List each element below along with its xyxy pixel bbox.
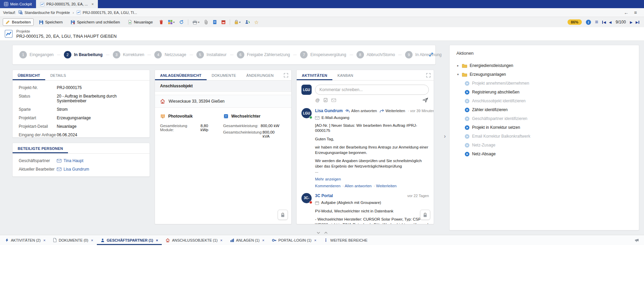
lock-badge[interactable] [420,210,430,220]
tab-beteiligte-personen[interactable]: BETEILIGTE PERSONEN [13,143,68,153]
attachment-button[interactable] [203,19,209,25]
close-icon[interactable]: × [91,238,93,242]
forward-icon [380,109,384,113]
last-record-button[interactable]: ▶ [636,20,639,24]
window-titlebar: Mein Cockpit PRJ-0000175, 20, EA, ... × [0,0,644,8]
lock-button[interactable]: ▾ [233,19,242,25]
favorite-button[interactable]: ☆ [253,19,260,26]
reply-all-action[interactable]: Allen antworten [345,108,377,114]
save-button[interactable]: Speichern [36,18,66,26]
tab-aenderungen[interactable]: ÄNDERUNGEN [241,70,279,80]
first-record-button[interactable]: ◀ [602,20,606,24]
folder-energiedienstleistungen[interactable]: ▸ Energiedienstleistungen [450,61,639,70]
fullscreen-icon[interactable] [284,73,288,77]
close-icon[interactable]: × [220,238,222,242]
lock-badge[interactable] [278,210,288,220]
field-row: Aktueller Bearbeiter Lisa Gundrum [13,167,150,172]
bottom-tab-portal-login[interactable]: PORTAL-LOGIN (1) × [268,235,320,245]
breadcrumb-item-search[interactable]: Standardsuche für Projekte [18,10,70,15]
step-netzzusage[interactable]: 4Netzzusage [154,51,186,58]
next-record-button[interactable]: ▶ [630,20,633,24]
field-row: ProjektartErzeugungsanlage [13,116,150,120]
bottom-tab-geschaeftspartner[interactable]: GESCHÄFTSPARTNER (1) × [97,235,162,245]
forward-action[interactable]: Weiterleiten [380,108,405,114]
window-tab-project[interactable]: PRJ-0000175, 20, EA, ... × [36,0,98,8]
tab-kanban[interactable]: KANBAN [332,70,358,80]
author-link[interactable]: Lisa Gundrum [315,108,343,114]
assign-user-button[interactable] [244,19,251,25]
action-projekt-in-korrektur[interactable]: Projekt in Korrektur setzen [450,123,639,132]
mail-icon[interactable] [331,99,336,102]
activity-card: AKTIVITÄTEN KANBAN LGU @ LGU Lisa Gundru… [296,70,434,224]
info-icon[interactable]: i [586,20,591,25]
step-in-bearbeitung[interactable]: 2In Bearbeitung [64,51,103,58]
print-button[interactable]: ▾ [191,19,201,25]
close-icon[interactable]: × [91,2,93,6]
table-view-button[interactable]: ▾ [167,19,176,25]
delete-button[interactable] [158,19,164,25]
previous-record-button[interactable]: ◀ [609,20,612,24]
save-and-close-button[interactable]: Speichern und schließen [68,18,123,26]
bottom-tab-aktivitaeten[interactable]: AKTIVITÄTEN (2) × [1,235,49,245]
reply-all-link[interactable]: Allen antworten [343,184,372,189]
chevron-up-icon[interactable] [324,232,328,234]
hamburger-menu-icon[interactable]: ≡ [595,19,598,25]
breadcrumb-item-project[interactable]: PRJ-0000175, 20, EA, LGU, TI... [76,10,137,15]
caret-down-icon: ▾ [198,21,199,24]
window-tab-cockpit[interactable]: Mein Cockpit [0,0,36,8]
business-partner-link[interactable]: Tina Haupt [57,158,83,163]
close-icon[interactable]: × [262,238,264,242]
report-button[interactable] [212,19,218,25]
email-subject: [AO-Nr. ] Neuer Status: Wir bearbeiten I… [315,123,429,134]
current-editor-link[interactable]: Lisa Gundrum [57,167,89,172]
close-icon[interactable]: × [156,238,158,242]
panel-collapse-handle[interactable]: › [442,132,448,141]
tab-dokumente[interactable]: DOKUMENTE [207,70,241,80]
step-installateur[interactable]: 5Installateur [196,51,227,58]
chevron-down-icon[interactable] [317,232,320,234]
step-in-abrechnung[interactable]: 9In Abrechnung [405,51,441,58]
step-freigabe-zaehlersetzung[interactable]: 6Freigabe Zählersetzung [237,51,290,58]
folder-erzeugungsanlagen[interactable]: ▾ Erzeugungsanlagen [450,70,639,79]
bottom-tab-anlagen[interactable]: ANLAGEN (1) × [226,235,268,245]
task-icon[interactable] [324,98,328,102]
announcement-icon[interactable] [634,238,643,242]
step-eingegangen[interactable]: 1Eingegangen [19,51,54,58]
fullscreen-icon[interactable] [426,73,431,77]
tab-aktivitaeten[interactable]: AKTIVITÄTEN [297,70,332,80]
refresh-button[interactable] [178,19,185,25]
show-more-link[interactable]: Mehr anzeigen [315,177,429,182]
close-icon[interactable]: × [43,238,45,242]
step-korrekturen[interactable]: 3Korrekturen [113,51,144,58]
new-record-button[interactable]: Neuanlage [125,18,156,26]
tab-details[interactable]: DETAILS [45,70,71,80]
tab-anlagenuebersicht[interactable]: ANLAGENÜBERSICHT [155,70,207,80]
step-abbruch-storno[interactable]: 8Abbruch/Storno [356,51,395,58]
history-back-icon[interactable]: ← [624,10,629,15]
field-row: Projekt-Nr.PRJ-0000175 [13,85,150,90]
solar-panel-icon [160,114,166,119]
send-icon[interactable] [422,98,428,103]
project-chart-icon [4,30,13,38]
mention-icon[interactable]: @ [315,98,320,103]
action-netz-absage[interactable]: Netz-Absage [450,150,639,158]
appointment-button[interactable] [220,19,227,25]
history-list-icon[interactable]: ≡ [634,10,637,15]
inverter-title: Wechselrichter [231,114,261,119]
edit-button[interactable]: Bearbeiten [3,18,34,26]
address-row[interactable]: Wieseckaue 33, 35394 Gießen [155,95,291,108]
action-zaehler-identifizieren[interactable]: Zähler identifizieren [450,105,639,114]
more-areas-button[interactable]: ⋮ WEITERE BEREICHE [320,238,371,243]
bottom-tab-dokumente[interactable]: DOKUMENTE (0) × [49,235,97,245]
comment-input[interactable] [315,85,429,95]
expand-diagonal-icon[interactable] [429,52,434,57]
comment-link[interactable]: Kommentieren [315,184,341,189]
action-registrierung-abschliessen[interactable]: Registrierung abschließen [450,88,639,97]
tab-uebersicht[interactable]: ÜBERSICHT [13,70,45,80]
bottom-tab-anschlussobjekte[interactable]: ANSCHLUSSOBJEKTE (1) × [162,235,226,245]
step-einspeiseverguetung[interactable]: 7Einspeisevergütung [300,51,346,58]
action-email-korrektur-balkonkraftwerk: Email Korrektur Balkonkraftwerk [450,132,639,141]
close-icon[interactable]: × [314,238,316,242]
author-link[interactable]: 3C Portal [315,193,333,198]
forward-link[interactable]: Weiterleiten [373,184,397,189]
